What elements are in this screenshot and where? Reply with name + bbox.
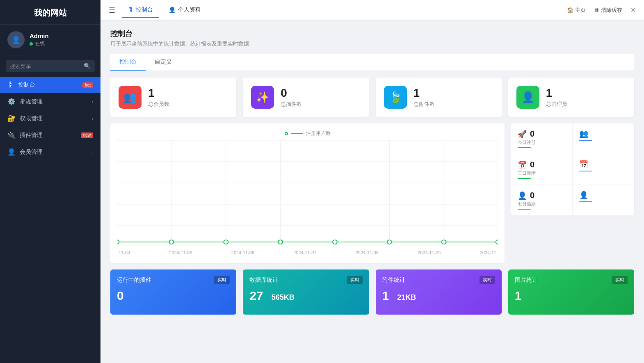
- today-register-label: 今日注册: [518, 139, 566, 146]
- stat-info-plugins: 0 总插件数: [281, 87, 302, 108]
- sidebar-item-label: 权限管理: [20, 115, 91, 122]
- new-badge: new: [81, 132, 93, 138]
- admins-label: 总管理员: [546, 100, 567, 108]
- sub-tab-dashboard[interactable]: 控制台: [110, 54, 146, 71]
- rocket-icon: 🚀: [518, 130, 527, 139]
- tab-dashboard[interactable]: 🎛 控制台: [122, 3, 159, 18]
- user-name: Admin: [30, 32, 49, 39]
- bc-header-db: 数据库统计 实时: [249, 276, 362, 284]
- bc-big-db: 27: [249, 289, 263, 303]
- search-input[interactable]: [10, 63, 84, 69]
- bc-big-plugins: 0: [117, 289, 124, 303]
- home-label: 主页: [575, 7, 586, 14]
- attachments-icon: 🍃: [384, 86, 407, 109]
- user-active-icon: 👤: [579, 191, 588, 200]
- date-label: 2024-11-06: [231, 250, 254, 255]
- bottom-card-attachments: 附件统计 实时 1 21KB: [376, 269, 502, 315]
- stat-info-attachments: 1 总附件数: [413, 87, 435, 108]
- topbar-right: 🏠 主页 🗑 清除缓存 ✕: [567, 6, 636, 14]
- right-stats-panel: 🚀 0 今日注册 👥: [511, 123, 634, 263]
- status-dot: [30, 42, 33, 46]
- home-icon: 🏠: [567, 7, 573, 13]
- svg-point-15: [224, 240, 228, 244]
- tab-profile-label: 个人资料: [178, 6, 201, 14]
- attachments-count: 1: [413, 87, 435, 100]
- sidebar: 我的网站 👤 Admin 在线 🔍 🎛 控制台 hot ⚙️ 常规管理 ‹ 🔐 …: [0, 0, 100, 363]
- date-label: 11-04: [119, 250, 130, 255]
- home-link[interactable]: 🏠 主页: [567, 7, 586, 14]
- bc-header-plugins: 运行中的插件 实时: [117, 276, 230, 284]
- tab-profile[interactable]: 👤 个人资料: [163, 3, 207, 18]
- three-day-stat: 📅 0 三日新增: [511, 154, 573, 185]
- seven-day-label: 七日活跃: [518, 201, 566, 207]
- chart-container: 注册用户数: [110, 123, 505, 263]
- svg-point-18: [387, 240, 392, 244]
- stat-card-plugins: ✨ 0 总插件数: [243, 78, 369, 117]
- bc-header-images: 图片统计 实时: [515, 276, 628, 284]
- svg-point-19: [442, 240, 446, 244]
- bc-header-attachments: 附件统计 实时: [382, 276, 495, 284]
- user-info: Admin 在线: [30, 32, 49, 47]
- attachments-label: 总附件数: [413, 100, 435, 108]
- chevron-right-icon: ‹: [91, 116, 93, 121]
- general-icon: ⚙️: [7, 98, 16, 105]
- stat-info-members: 1 总会员数: [148, 87, 169, 108]
- bc-badge-attachments: 实时: [480, 276, 495, 284]
- site-title: 我的网站: [0, 0, 100, 25]
- plugins-icon: ✨: [251, 86, 274, 109]
- right-stats-grid: 🚀 0 今日注册 👥: [511, 123, 634, 216]
- hot-badge: hot: [82, 82, 93, 88]
- members-icon: 👥: [119, 86, 142, 109]
- seven-day-stat: 👤 0 七日活跃: [511, 185, 573, 216]
- topbar: ☰ 🎛 控制台 👤 个人资料 🏠 主页 🗑 清除缓存 ✕: [100, 0, 644, 21]
- avatar: 👤: [7, 31, 25, 48]
- sidebar-item-label: 插件管理: [20, 132, 78, 139]
- stats-row: 👥 1 总会员数 ✨ 0 总插件数 🍃 1 总附件数: [110, 78, 634, 117]
- search-icon[interactable]: 🔍: [84, 63, 91, 69]
- svg-point-16: [278, 240, 283, 244]
- bottom-card-plugins: 运行中的插件 实时 0: [110, 269, 236, 315]
- tab-dashboard-icon: 🎛: [128, 7, 133, 13]
- svg-point-20: [496, 240, 498, 244]
- search-bar[interactable]: 🔍: [6, 60, 95, 72]
- chevron-right-icon: ‹: [91, 150, 93, 155]
- bc-badge-plugins: 实时: [214, 276, 230, 284]
- sidebar-item-member[interactable]: 👤 会员管理 ‹: [0, 144, 100, 160]
- seven-day-val: 0: [530, 191, 534, 200]
- bottom-card-images: 图片统计 实时 1: [508, 269, 634, 315]
- right-stats-row-3: 👤 0 七日活跃 👤: [511, 185, 634, 216]
- tab-profile-icon: 👤: [169, 7, 176, 13]
- bottom-row: 运行中的插件 实时 0 数据库统计 实时 27 565KB: [110, 269, 634, 315]
- trash-icon: 🗑: [594, 7, 599, 13]
- stat-divider: [518, 178, 531, 179]
- close-button[interactable]: ✕: [630, 6, 636, 14]
- clear-cache-link[interactable]: 🗑 清除缓存: [594, 7, 622, 14]
- right-stats-row-2: 📅 0 三日新增 📅: [511, 154, 634, 185]
- permission-icon: 🔐: [7, 114, 16, 122]
- plugins-label: 总插件数: [281, 100, 302, 108]
- right-stat-6-icon-val: 👤: [579, 191, 628, 200]
- sidebar-item-permission[interactable]: 🔐 权限管理 ‹: [0, 110, 100, 127]
- sidebar-item-dashboard[interactable]: 🎛 控制台 hot: [0, 77, 100, 93]
- page-desc: 用于展示当前系统中的统计数据、统计报表及重要实时数据: [110, 40, 634, 48]
- right-stat-2-icon-val: 👥: [579, 129, 628, 138]
- three-day-val: 0: [530, 160, 534, 169]
- svg-point-14: [169, 240, 174, 244]
- right-stat-6: 👤: [573, 185, 634, 216]
- calendar-add-icon: 📅: [579, 160, 588, 169]
- page-title: 控制台: [110, 29, 634, 39]
- sidebar-item-general[interactable]: ⚙️ 常规管理 ‹: [0, 93, 100, 110]
- status-label: 在线: [35, 40, 45, 47]
- sub-tab-custom[interactable]: 自定义: [146, 54, 181, 71]
- three-day-icon-val: 📅 0: [518, 160, 566, 169]
- admins-icon: 👤: [516, 86, 539, 109]
- sidebar-item-plugin[interactable]: 🔌 插件管理 new: [0, 127, 100, 144]
- today-register-icon-val: 🚀 0: [518, 129, 566, 139]
- bc-values-db: 27 565KB: [249, 289, 362, 303]
- menu-toggle-icon[interactable]: ☰: [109, 6, 115, 15]
- users-icon: 👥: [579, 129, 588, 138]
- bc-title-attachments: 附件统计: [382, 276, 405, 284]
- right-stat-4-icon-val: 📅: [579, 160, 628, 169]
- three-day-label: 三日新增: [518, 170, 566, 176]
- calendar-icon: 📅: [518, 160, 527, 169]
